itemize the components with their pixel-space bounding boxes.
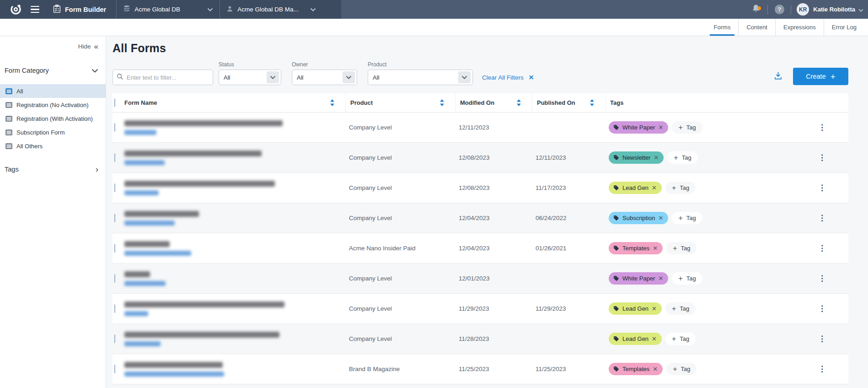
- row-checkbox[interactable]: [114, 274, 115, 283]
- tags-section-header[interactable]: Tags ›: [0, 165, 106, 173]
- user-avatar[interactable]: KR: [797, 3, 809, 16]
- row-actions-kebab-button[interactable]: ⋮: [815, 364, 848, 374]
- sort-arrows-icon[interactable]: [517, 99, 521, 106]
- redacted-form-link[interactable]: [124, 160, 165, 165]
- row-actions-kebab-button[interactable]: ⋮: [815, 274, 848, 283]
- form-name-cell[interactable]: [123, 302, 345, 316]
- remove-tag-icon[interactable]: ✕: [652, 184, 657, 191]
- remove-tag-icon[interactable]: ✕: [654, 154, 659, 161]
- form-name-cell[interactable]: [123, 151, 345, 165]
- lead-database-selector[interactable]: Acme Global DB Ma...: [220, 5, 322, 14]
- tab-content[interactable]: Content: [738, 19, 775, 36]
- tab-error-log[interactable]: Error Log: [824, 19, 864, 36]
- user-menu-chevron-icon[interactable]: [858, 5, 863, 14]
- form-name-cell[interactable]: [123, 362, 345, 377]
- product-filter-select[interactable]: All: [368, 70, 473, 85]
- app-logo-icon[interactable]: [6, 3, 25, 16]
- tag-pill[interactable]: Lead Gen✕: [609, 333, 662, 345]
- row-checkbox[interactable]: [114, 123, 115, 132]
- add-tag-button[interactable]: +Tag: [667, 151, 697, 164]
- form-name-cell[interactable]: [123, 120, 345, 135]
- tag-pill[interactable]: Lead Gen✕: [609, 302, 662, 315]
- row-actions-kebab-button[interactable]: ⋮: [815, 183, 848, 193]
- status-filter-select[interactable]: All: [219, 70, 281, 85]
- tag-pill[interactable]: White Paper✕: [609, 272, 668, 285]
- form-name-cell[interactable]: [123, 211, 345, 226]
- row-actions-kebab-button[interactable]: ⋮: [815, 334, 848, 344]
- tag-pill[interactable]: Subscription✕: [609, 212, 668, 224]
- workspace-selector[interactable]: Acme Global DB: [117, 5, 220, 14]
- search-input[interactable]: [127, 74, 209, 81]
- tab-forms[interactable]: Forms: [706, 19, 739, 36]
- form-name-cell[interactable]: [123, 241, 345, 256]
- form-name-cell[interactable]: [123, 271, 345, 286]
- tag-pill[interactable]: White Paper✕: [609, 121, 668, 134]
- tab-expressions[interactable]: Expressions: [775, 19, 824, 36]
- form-category-header[interactable]: Form Category: [0, 67, 106, 74]
- redacted-form-link[interactable]: [124, 190, 159, 195]
- sort-arrows-icon[interactable]: [330, 99, 334, 106]
- add-tag-button[interactable]: +Tag: [665, 302, 696, 315]
- form-name-cell[interactable]: [123, 332, 345, 346]
- app-title-chip[interactable]: Form Builder: [45, 5, 116, 15]
- tag-pill[interactable]: Templates✕: [609, 363, 663, 375]
- remove-tag-icon[interactable]: ✕: [659, 215, 664, 221]
- row-actions-kebab-button[interactable]: ⋮: [815, 304, 848, 313]
- add-tag-button[interactable]: +Tag: [665, 333, 696, 345]
- sidebar-item-registration-with-activation-[interactable]: Registration (With Activation): [0, 112, 106, 125]
- add-tag-button[interactable]: +Tag: [665, 182, 696, 194]
- redacted-form-link[interactable]: [124, 251, 191, 256]
- remove-tag-icon[interactable]: ✕: [653, 366, 658, 372]
- tag-pill[interactable]: Lead Gen✕: [609, 182, 662, 194]
- owner-filter-select[interactable]: All: [292, 70, 357, 85]
- add-tag-button[interactable]: +Tag: [666, 242, 697, 254]
- remove-tag-icon[interactable]: ✕: [653, 245, 658, 252]
- form-name-cell[interactable]: [123, 181, 345, 195]
- sort-arrows-icon[interactable]: [440, 99, 444, 106]
- tag-pill[interactable]: Templates✕: [609, 242, 663, 254]
- remove-tag-icon[interactable]: ✕: [659, 275, 664, 282]
- add-tag-button[interactable]: +Tag: [672, 212, 702, 224]
- sidebar-item-all[interactable]: All: [0, 84, 106, 98]
- column-header-modified-on[interactable]: Modified On: [455, 93, 532, 112]
- sidebar-item-subscription-form[interactable]: Subscription Form: [0, 125, 106, 139]
- hide-sidebar-button[interactable]: Hide «: [0, 43, 106, 50]
- row-checkbox[interactable]: [114, 183, 115, 192]
- add-tag-button[interactable]: +Tag: [666, 363, 697, 375]
- row-checkbox[interactable]: [114, 214, 115, 222]
- row-checkbox[interactable]: [114, 244, 115, 253]
- redacted-form-link[interactable]: [124, 130, 156, 135]
- create-button[interactable]: Create +: [793, 68, 848, 85]
- redacted-form-link[interactable]: [124, 221, 175, 226]
- redacted-form-link[interactable]: [124, 341, 161, 346]
- menu-hamburger-button[interactable]: [25, 6, 45, 13]
- remove-tag-icon[interactable]: ✕: [652, 335, 657, 342]
- redacted-form-link[interactable]: [124, 281, 166, 286]
- column-header-product[interactable]: Product: [345, 93, 455, 112]
- clear-all-filters-button[interactable]: Clear All Filters ✕: [482, 74, 534, 81]
- notifications-button[interactable]: [746, 4, 766, 15]
- add-tag-button[interactable]: +Tag: [672, 121, 702, 134]
- sidebar-item-all-others[interactable]: All Others: [0, 139, 106, 153]
- row-checkbox[interactable]: [114, 304, 115, 313]
- sort-arrows-icon[interactable]: [590, 99, 594, 106]
- select-all-checkbox[interactable]: [114, 98, 115, 107]
- row-checkbox[interactable]: [114, 153, 115, 162]
- column-header-form-name[interactable]: Form Name: [123, 93, 345, 112]
- sidebar-item-registration-no-activation-[interactable]: Registration (No Activation): [0, 98, 106, 112]
- help-button[interactable]: ?: [770, 5, 789, 14]
- download-button[interactable]: [773, 71, 783, 81]
- row-actions-kebab-button[interactable]: ⋮: [815, 243, 848, 253]
- row-checkbox[interactable]: [114, 365, 115, 373]
- remove-tag-icon[interactable]: ✕: [652, 305, 657, 312]
- column-header-published-on[interactable]: Published On: [532, 93, 605, 112]
- redacted-form-link[interactable]: [124, 372, 224, 377]
- row-actions-kebab-button[interactable]: ⋮: [815, 123, 848, 132]
- add-tag-button[interactable]: +Tag: [672, 272, 702, 285]
- row-checkbox[interactable]: [114, 334, 115, 343]
- row-actions-kebab-button[interactable]: ⋮: [815, 213, 848, 223]
- remove-tag-icon[interactable]: ✕: [659, 124, 664, 131]
- tag-pill[interactable]: Newsletter✕: [609, 151, 664, 164]
- row-actions-kebab-button[interactable]: ⋮: [815, 153, 848, 162]
- redacted-form-link[interactable]: [124, 311, 148, 316]
